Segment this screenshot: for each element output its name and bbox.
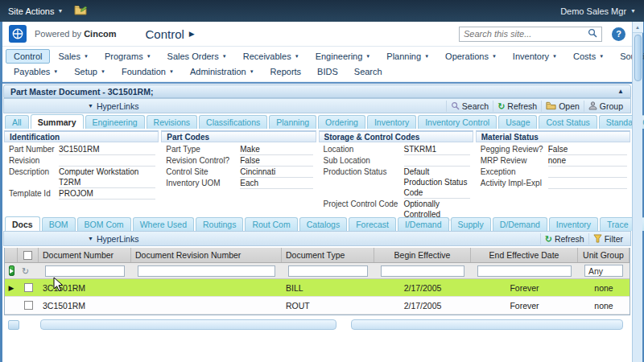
menu-item[interactable]: Control▼ — [6, 49, 50, 64]
refresh-button[interactable]: ↻ Refresh — [493, 101, 541, 112]
menu-item[interactable]: Setup▼ — [66, 64, 114, 79]
tab[interactable]: Inventory — [549, 217, 598, 231]
menu-item[interactable]: Planning▼ — [378, 49, 437, 64]
folder-edit-icon[interactable] — [74, 5, 87, 17]
documents-table: Document Number Document Revision Number… — [4, 248, 630, 315]
collapse-section-icon[interactable]: ▲ — [617, 88, 624, 95]
tab[interactable]: I/Demand — [398, 217, 449, 231]
summary-panels: Identification Part Number3C1501RM Revis… — [3, 129, 631, 206]
tab[interactable]: Where Used — [133, 217, 194, 231]
column-header[interactable]: Document Revision Number — [131, 248, 282, 262]
application-window: Site Actions ▼ Demo Sales Mgr ▼ Powered … — [0, 0, 644, 362]
field-label: Sub Location — [324, 155, 404, 167]
tab[interactable]: Summary — [31, 114, 84, 129]
tab[interactable]: Docs — [5, 216, 40, 231]
content-area: Part Master Document - 3C1501RM; ▲ ▼ Hyp… — [2, 82, 632, 362]
menu-item[interactable]: Foundation▼ — [114, 64, 182, 79]
chevron-down-icon: ▼ — [84, 54, 89, 59]
collapsed-panel-bar[interactable] — [40, 319, 336, 330]
reset-filter-icon[interactable]: ↻ — [22, 267, 29, 275]
scrollbar-thumb[interactable] — [634, 35, 642, 81]
menu-item[interactable]: Engineering▼ — [308, 49, 379, 64]
group-button[interactable]: Group — [584, 101, 627, 112]
tab[interactable]: Rout Com — [245, 217, 297, 231]
row-checkbox[interactable] — [24, 283, 33, 292]
filter-button[interactable]: Filter — [588, 233, 627, 245]
user-account-menu[interactable]: Demo Sales Mgr ▼ — [560, 6, 636, 16]
cell-document-number: 3C1501RM — [39, 279, 131, 296]
menu-item[interactable]: Administration▼ — [182, 64, 262, 79]
menu-item[interactable]: Reports▼ — [262, 64, 310, 79]
row-checkbox[interactable] — [24, 301, 33, 310]
column-header[interactable]: Document Number — [39, 248, 131, 262]
field-label: MRP Review — [481, 155, 548, 167]
tab[interactable]: BOM Com — [77, 217, 131, 231]
field-label: Production Status — [324, 167, 404, 199]
tab[interactable]: Planning — [269, 115, 316, 129]
tab[interactable]: Inventory Control — [418, 115, 497, 129]
header-spacer — [5, 248, 18, 262]
search-button[interactable]: Search — [446, 101, 493, 112]
open-button[interactable]: Open — [541, 101, 584, 112]
table-row[interactable]: ▶ 3C1501RM BILL 2/17/2005 Forever none — [5, 279, 630, 297]
cincom-logo-icon — [9, 25, 27, 43]
help-button[interactable]: ? — [612, 27, 625, 41]
tab[interactable]: Classifications — [199, 115, 267, 129]
search-icon[interactable] — [588, 28, 597, 39]
collapsed-panel-icon[interactable] — [8, 320, 19, 330]
chevron-down-icon: ▼ — [88, 236, 93, 241]
tab[interactable]: Inventory — [367, 115, 416, 129]
tab[interactable]: Trace — [600, 217, 635, 231]
menu-item[interactable]: Operations▼ — [437, 49, 505, 64]
search-input[interactable] — [464, 29, 588, 39]
menu-item[interactable]: Costs▼ — [565, 49, 612, 64]
hyperlinks-toggle[interactable]: ▼ HyperLinks — [88, 234, 138, 244]
column-header[interactable]: Unit Group — [578, 248, 630, 262]
refresh-button[interactable]: ↻ Refresh — [540, 233, 588, 245]
tab[interactable]: Engineering — [85, 115, 145, 129]
select-all-checkbox[interactable] — [23, 251, 32, 260]
tab[interactable]: Forecast — [349, 217, 396, 231]
panel-title: Material Status — [476, 130, 630, 142]
site-actions-menu[interactable]: Site Actions ▼ — [8, 6, 63, 16]
field-label: Template Id — [9, 188, 59, 200]
vertical-scrollbar[interactable]: ▲ — [632, 22, 642, 362]
chevron-down-icon: ▼ — [365, 54, 370, 59]
tab[interactable]: Ordering — [318, 115, 365, 129]
tab[interactable]: Usage — [498, 115, 537, 129]
page-title[interactable]: Control ▶ — [146, 27, 195, 41]
go-filter-button[interactable] — [9, 265, 14, 276]
tab[interactable]: Supply — [451, 217, 491, 231]
scroll-up-button[interactable]: ▲ — [633, 22, 643, 33]
menu-item[interactable]: Programs▼ — [97, 49, 159, 64]
tab[interactable]: All — [5, 115, 29, 129]
column-header[interactable]: Document Type — [282, 248, 374, 262]
filter-input-document-type[interactable] — [288, 265, 368, 277]
menu-item[interactable]: Receivables▼ — [235, 49, 308, 64]
table-row[interactable]: 3C1501RM ROUT 2/17/2005 Forever none — [5, 297, 630, 315]
field-value — [548, 167, 627, 178]
collapsed-panel-bar[interactable] — [351, 319, 623, 330]
tab[interactable]: Routings — [196, 217, 243, 231]
menu-item[interactable]: Sales▼ — [50, 49, 96, 64]
filter-unit-group-dropdown[interactable]: Any — [584, 265, 623, 277]
menu-item[interactable]: BIDS▼ — [309, 64, 346, 79]
filter-input-begin-effective[interactable] — [381, 265, 464, 277]
filter-input-end-effective-date[interactable] — [477, 265, 572, 277]
column-header[interactable]: Begin Effective — [374, 248, 471, 262]
menu-item[interactable]: Sales Orders▼ — [159, 49, 235, 64]
tab[interactable]: Cost Status — [539, 115, 597, 129]
chevron-down-icon: ▼ — [295, 54, 299, 59]
tab[interactable]: Catalogs — [299, 217, 347, 231]
menu-item[interactable]: Inventory▼ — [505, 49, 565, 64]
tab[interactable]: BOM — [42, 217, 76, 231]
hyperlinks-toggle[interactable]: ▼ HyperLinks — [88, 101, 138, 111]
tab[interactable]: Revisions — [147, 115, 198, 129]
site-search — [459, 27, 602, 42]
filter-input-document-revision-number[interactable] — [138, 265, 275, 277]
menu-item[interactable]: Payables▼ — [6, 64, 66, 79]
filter-input-document-number[interactable] — [45, 265, 125, 277]
tab[interactable]: D/Demand — [493, 217, 547, 231]
menu-item[interactable]: Search▼ — [346, 64, 390, 79]
column-header[interactable]: End Effective Date — [471, 248, 578, 262]
